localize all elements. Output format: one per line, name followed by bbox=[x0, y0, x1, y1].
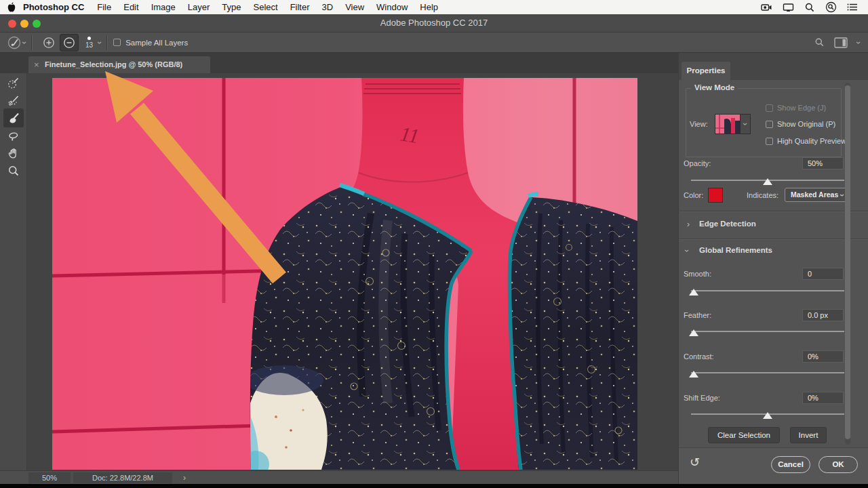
show-edge-label: Show Edge (J) bbox=[777, 104, 826, 112]
panel-scrollbar-thumb[interactable] bbox=[845, 85, 850, 439]
reset-icon[interactable]: ↺ bbox=[690, 455, 700, 470]
edge-detection-section[interactable]: Edge Detection bbox=[699, 220, 756, 228]
annotation-arrow bbox=[54, 66, 298, 290]
menu-item-3d[interactable]: 3D bbox=[316, 0, 340, 14]
apple-icon[interactable] bbox=[7, 2, 16, 13]
menu-item-layer[interactable]: Layer bbox=[182, 0, 216, 14]
subtract-selection-button[interactable] bbox=[60, 34, 79, 52]
photoshop-window: Photoshop CC File Edit Image Layer Type … bbox=[0, 0, 868, 488]
section-divider bbox=[679, 239, 868, 240]
shift-edge-label: Shift Edge: bbox=[684, 394, 720, 402]
menu-app-name[interactable]: Photoshop CC bbox=[16, 0, 91, 14]
indicates-label: Indicates: bbox=[747, 191, 778, 199]
brush-size-value: 13 bbox=[85, 42, 93, 49]
add-selection-button[interactable] bbox=[42, 36, 56, 49]
high-quality-label: High Quality Preview bbox=[777, 137, 846, 145]
bottom-letterbox bbox=[0, 484, 868, 488]
sample-all-layers-label: Sample All Layers bbox=[125, 39, 188, 47]
tab-properties[interactable]: Properties bbox=[682, 62, 730, 80]
properties-panel: Properties View Mode View: › Show Edge (… bbox=[678, 53, 868, 484]
zoom-level-field[interactable]: 50% bbox=[28, 472, 71, 483]
sample-all-layers-checkbox[interactable] bbox=[113, 39, 121, 46]
high-quality-row[interactable]: High Quality Preview bbox=[766, 137, 846, 145]
feather-slider[interactable] bbox=[691, 331, 844, 332]
brush-size-control[interactable]: 13 bbox=[85, 37, 93, 49]
panel-header: Properties bbox=[679, 53, 868, 80]
opacity-slider-thumb[interactable] bbox=[763, 178, 772, 185]
display-icon[interactable] bbox=[783, 2, 794, 13]
clear-selection-button[interactable]: Clear Selection bbox=[708, 427, 780, 443]
overlay-color-swatch[interactable] bbox=[708, 188, 723, 203]
menu-item-help[interactable]: Help bbox=[414, 0, 444, 14]
global-refinements-chevron-icon[interactable]: › bbox=[683, 249, 691, 252]
high-quality-checkbox[interactable] bbox=[766, 138, 773, 145]
mannequin-size-mark: 11 bbox=[399, 122, 421, 147]
panel-scrollbar[interactable] bbox=[845, 83, 850, 445]
tool-preset-chevron-icon[interactable]: › bbox=[20, 41, 28, 44]
opacity-input[interactable]: 50% bbox=[802, 157, 844, 169]
quick-selection-tool[interactable] bbox=[5, 75, 22, 91]
section-divider bbox=[679, 211, 868, 212]
menu-item-filter[interactable]: Filter bbox=[284, 0, 316, 14]
view-label: View: bbox=[690, 120, 708, 128]
panel-footer: ↺ Cancel OK bbox=[679, 447, 868, 484]
menu-item-select[interactable]: Select bbox=[247, 0, 283, 14]
menu-bar: Photoshop CC File Edit Image Layer Type … bbox=[0, 0, 868, 14]
menu-item-type[interactable]: Type bbox=[216, 0, 247, 14]
show-edge-checkbox bbox=[766, 104, 773, 112]
shift-edge-slider-thumb[interactable] bbox=[763, 412, 772, 419]
indicates-dropdown[interactable]: Masked Areas › bbox=[785, 188, 848, 202]
edge-detection-chevron-icon[interactable]: › bbox=[687, 220, 690, 228]
menu-item-image[interactable]: Image bbox=[145, 0, 182, 14]
view-mode-legend: View Mode bbox=[691, 83, 738, 92]
screen-record-icon[interactable] bbox=[761, 2, 772, 13]
contrast-slider[interactable] bbox=[691, 372, 844, 373]
hand-tool[interactable] bbox=[5, 145, 22, 161]
status-chevron-icon[interactable]: › bbox=[183, 474, 186, 482]
global-refinements-section[interactable]: Global Refinements bbox=[699, 246, 772, 254]
doc-size-info: Doc: 22.8M/22.8M bbox=[73, 472, 172, 483]
shift-edge-input[interactable]: 0% bbox=[802, 392, 844, 404]
feather-input[interactable]: 0.0 px bbox=[802, 309, 844, 321]
brush-size-chevron-icon[interactable]: › bbox=[96, 41, 104, 44]
smooth-slider-thumb[interactable] bbox=[689, 289, 698, 296]
smooth-slider[interactable] bbox=[691, 290, 844, 291]
show-original-row[interactable]: Show Original (P) bbox=[766, 120, 835, 128]
workspace-icon[interactable] bbox=[834, 37, 848, 48]
view-thumbnail[interactable] bbox=[715, 114, 741, 134]
search-icon[interactable] bbox=[814, 37, 825, 47]
refine-edge-brush-tool[interactable] bbox=[5, 92, 22, 108]
menu-item-window[interactable]: Window bbox=[370, 0, 414, 14]
ok-button[interactable]: OK bbox=[818, 456, 858, 473]
zoom-tool[interactable] bbox=[5, 163, 22, 179]
status-bar: 50% Doc: 22.8M/22.8M › bbox=[0, 470, 678, 484]
close-tab-icon[interactable]: × bbox=[34, 56, 39, 73]
lasso-tool[interactable] bbox=[5, 127, 22, 144]
contrast-slider-thumb[interactable] bbox=[689, 371, 698, 378]
cancel-button[interactable]: Cancel bbox=[771, 456, 810, 473]
opacity-label: Opacity: bbox=[684, 159, 711, 167]
menu-item-file[interactable]: File bbox=[91, 0, 117, 14]
show-original-label: Show Original (P) bbox=[777, 120, 835, 128]
color-label: Color: bbox=[684, 191, 703, 199]
menu-item-view[interactable]: View bbox=[339, 0, 370, 14]
view-dropdown-chevron-icon[interactable]: › bbox=[741, 114, 751, 134]
menu-item-edit[interactable]: Edit bbox=[117, 0, 144, 14]
smooth-input[interactable]: 0 bbox=[802, 268, 844, 280]
siri-search-icon[interactable] bbox=[825, 1, 837, 13]
indicates-value: Masked Areas bbox=[791, 190, 838, 199]
options-separator bbox=[106, 35, 108, 50]
feather-slider-thumb[interactable] bbox=[689, 329, 698, 336]
brush-tool[interactable] bbox=[5, 110, 22, 126]
invert-button[interactable]: Invert bbox=[790, 427, 827, 443]
options-bar: › 13 › Sample All Layers › bbox=[0, 33, 868, 53]
spotlight-search-icon[interactable] bbox=[804, 2, 815, 13]
notification-list-icon[interactable] bbox=[847, 2, 859, 12]
options-separator bbox=[31, 35, 33, 50]
contrast-input[interactable]: 0% bbox=[802, 350, 844, 363]
select-and-mask-toolbar bbox=[0, 73, 27, 470]
show-edge-row: Show Edge (J) bbox=[766, 104, 826, 112]
show-original-checkbox[interactable] bbox=[766, 121, 773, 128]
window-title: Adobe Photoshop CC 2017 bbox=[0, 14, 868, 32]
workspace-chevron-icon[interactable]: › bbox=[854, 41, 863, 44]
